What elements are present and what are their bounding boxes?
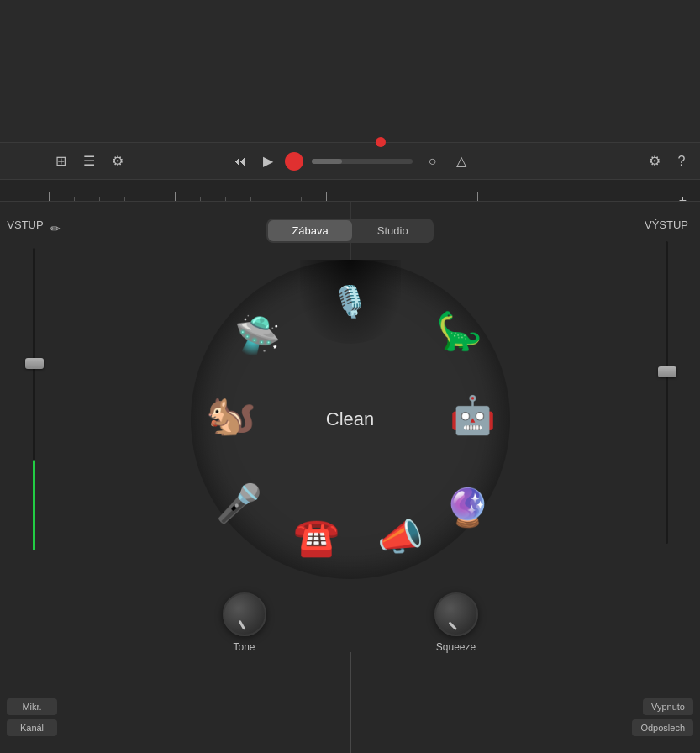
squeeze-knob-container: Squeeze <box>434 592 478 653</box>
effect-robot[interactable]: 🤖 <box>448 390 498 440</box>
grid-icon[interactable]: ⊞ <box>49 150 72 173</box>
mixer-icon[interactable]: ⚙ <box>106 150 129 173</box>
odposlech-button[interactable]: Odposlech <box>632 719 693 736</box>
squeeze-knob-indicator <box>448 621 457 630</box>
add-track-button[interactable]: + <box>679 193 687 202</box>
toolbar: ⊞ ☰ ⚙ ⏮ ▶ ○ △ ⚙ ? <box>0 143 700 180</box>
effect-telephone[interactable]: ☎️ <box>292 512 342 562</box>
effect-microphone2[interactable]: 🎤 <box>214 478 265 529</box>
output-slider-thumb[interactable] <box>658 366 676 377</box>
tone-label: Tone <box>233 641 255 653</box>
center-area: Zábava Studio Clean 🎙️ 🛸 🦕 🐿️ 🤖 <box>67 202 633 753</box>
tone-knob-container: Tone <box>223 592 266 653</box>
squeeze-label: Squeeze <box>436 641 476 653</box>
help-icon[interactable]: ? <box>670 150 693 173</box>
effect-megaphone[interactable]: 📣 <box>376 512 426 562</box>
tab-selector: Zábava Studio <box>266 219 433 243</box>
list-icon[interactable]: ☰ <box>77 150 101 173</box>
tone-knob[interactable] <box>223 592 266 636</box>
bottom-right-buttons: Vypnuto Odposlech <box>632 698 693 736</box>
effect-squirrel[interactable]: 🐿️ <box>206 390 256 440</box>
vypnuto-button[interactable]: Vypnuto <box>643 698 693 715</box>
mikr-button[interactable]: Mikr. <box>7 698 57 715</box>
squeeze-knob[interactable] <box>434 592 478 636</box>
input-slider-thumb[interactable] <box>25 358 44 369</box>
effect-monster[interactable]: 🦕 <box>434 306 485 356</box>
settings-icon[interactable]: ⚙ <box>643 150 666 173</box>
tab-studio[interactable]: Studio <box>354 220 432 241</box>
timeline-ruler[interactable]: 00:00 00:05 00:10 00:15 + <box>0 180 700 202</box>
play-button[interactable]: ▶ <box>256 150 280 173</box>
voice-wheel[interactable]: Clean 🎙️ 🛸 🦕 🐿️ 🤖 🎤 ☎️ 📣 🔮 <box>191 260 510 579</box>
main-content: VSTUP ✏ VÝSTUP Zábava Studio <box>0 202 700 753</box>
vystup-label: VÝSTUP <box>645 219 688 231</box>
effect-bubble[interactable]: 🔮 <box>443 482 493 533</box>
voice-wheel-container: Clean 🎙️ 🛸 🦕 🐿️ 🤖 🎤 ☎️ 📣 🔮 <box>191 260 510 579</box>
record-button[interactable] <box>285 152 303 171</box>
tone-knob-indicator <box>238 620 245 630</box>
warning-icon[interactable]: △ <box>450 150 473 173</box>
volume-icon[interactable]: ○ <box>421 150 445 173</box>
progress-bar[interactable] <box>312 159 413 164</box>
kanal-button[interactable]: Kanál <box>7 719 57 736</box>
left-panel: VSTUP ✏ <box>0 202 67 753</box>
bottom-controls-row: Tone Squeeze <box>67 592 633 653</box>
transport-controls: ⏮ ▶ ○ △ <box>228 150 473 173</box>
effect-alien[interactable]: 🛸 <box>233 310 283 361</box>
vstup-row: VSTUP ✏ <box>7 219 60 238</box>
input-slider-track[interactable] <box>33 248 35 550</box>
mic-edit-icon[interactable]: ✏ <box>50 222 61 235</box>
right-panel: VÝSTUP <box>633 202 700 753</box>
playhead-line-top <box>261 0 261 143</box>
vstup-label: VSTUP <box>7 219 43 231</box>
waveform-area <box>0 0 700 143</box>
toolbar-right: ⚙ ? <box>643 150 693 173</box>
output-slider-track[interactable] <box>666 241 668 544</box>
wheel-center-label: Clean <box>326 408 374 430</box>
rewind-button[interactable]: ⏮ <box>228 150 251 173</box>
effect-microphone[interactable]: 🎙️ <box>325 276 376 327</box>
bottom-left-buttons: Mikr. Kanál <box>7 698 57 736</box>
playhead-indicator <box>376 137 386 147</box>
input-level-fill <box>33 460 35 550</box>
tab-zabava[interactable]: Zábava <box>268 220 351 241</box>
